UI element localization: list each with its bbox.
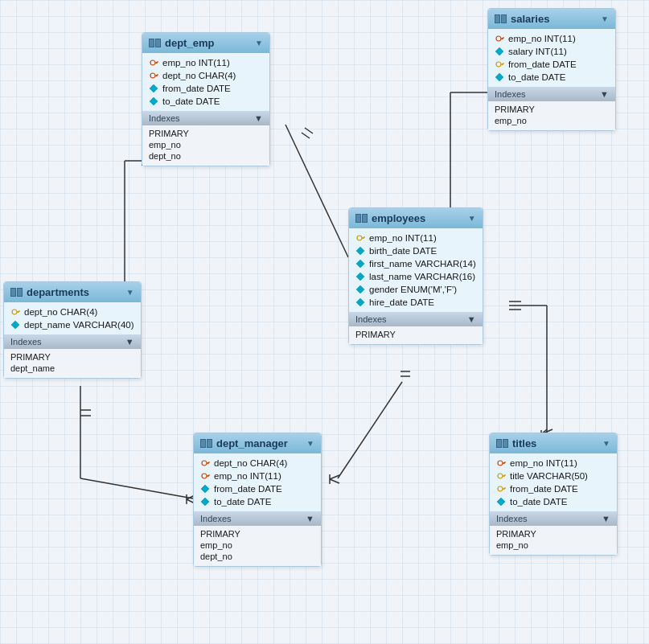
dropdown-arrow[interactable]: ▼ (468, 214, 476, 223)
field-row: to_date DATE (488, 71, 615, 84)
field-name: dept_name VARCHAR(40) (24, 320, 134, 330)
field-icon (355, 246, 365, 256)
svg-marker-51 (497, 498, 505, 506)
field-icon (200, 458, 210, 468)
indexes-label: Indexes (200, 514, 232, 523)
field-name: from_date DATE (510, 484, 578, 494)
indexes-header[interactable]: Indexes ▼ (490, 511, 617, 526)
indexes-header[interactable]: Indexes ▼ (194, 511, 321, 526)
field-row: last_name VARCHAR(16) (349, 270, 483, 283)
field-icon (355, 259, 365, 269)
svg-marker-41 (495, 47, 503, 55)
field-row: title VARCHAR(50) (490, 470, 617, 482)
svg-marker-43 (356, 247, 364, 255)
indexes-arrow: ▼ (602, 514, 610, 523)
svg-marker-44 (356, 260, 364, 268)
field-icon (355, 285, 365, 294)
field-name: dept_no CHAR(4) (162, 71, 236, 80)
table-header-titles[interactable]: titles ▼ (490, 433, 617, 453)
table-header-departments[interactable]: departments ▼ (4, 282, 141, 302)
dropdown-arrow[interactable]: ▼ (602, 439, 610, 448)
field-icon (149, 71, 158, 80)
indexes-list: PRIMARYemp_nodept_no (142, 125, 269, 166)
index-item: PRIMARY (149, 128, 263, 139)
table-name: dept_emp (165, 37, 214, 49)
field-row: emp_no INT(11) (142, 56, 269, 69)
field-name: hire_date DATE (369, 297, 434, 307)
dropdown-arrow[interactable]: ▼ (601, 14, 609, 23)
field-icon (355, 272, 365, 281)
field-icon (200, 471, 210, 481)
indexes-arrow: ▼ (254, 113, 263, 123)
indexes-header[interactable]: Indexes ▼ (488, 87, 615, 101)
svg-marker-40 (150, 97, 158, 105)
indexes-label: Indexes (149, 113, 180, 123)
indexes-label: Indexes (355, 314, 387, 324)
indexes-list: PRIMARYemp_nodept_no (194, 526, 321, 566)
field-name: emp_no INT(11) (508, 34, 576, 43)
table-header-dept_manager[interactable]: dept_manager ▼ (194, 433, 321, 453)
svg-marker-42 (495, 73, 503, 81)
field-row: gender ENUM('M','F') (349, 283, 483, 296)
field-icon (10, 320, 20, 330)
table-icon (10, 288, 23, 297)
index-item: PRIMARY (355, 329, 476, 340)
field-row: from_date DATE (142, 82, 269, 95)
field-name: dept_no CHAR(4) (214, 458, 287, 468)
table-header-dept_emp[interactable]: dept_emp ▼ (142, 33, 269, 53)
field-row: to_date DATE (142, 95, 269, 108)
field-icon (10, 307, 20, 317)
field-icon (149, 84, 158, 93)
field-row: to_date DATE (490, 495, 617, 508)
table-name: salaries (511, 13, 549, 25)
field-icon (496, 484, 506, 494)
field-name: gender ENUM('M','F') (369, 285, 457, 294)
field-icon (496, 497, 506, 507)
table-icon (495, 14, 507, 23)
field-name: from_date DATE (162, 84, 231, 93)
table-header-employees[interactable]: employees ▼ (349, 208, 483, 228)
field-row: emp_no INT(11) (194, 470, 321, 482)
field-icon (200, 484, 210, 494)
index-item: dept_no (149, 150, 263, 162)
indexes-header[interactable]: Indexes ▼ (142, 111, 269, 125)
indexes-label: Indexes (495, 89, 526, 99)
field-icon (200, 497, 210, 507)
svg-line-38 (330, 479, 339, 483)
indexes-label: Indexes (496, 514, 528, 523)
indexes-list: PRIMARYemp_no (490, 526, 617, 555)
table-fields-employees: emp_no INT(11) birth_date DATE first_nam… (349, 228, 483, 312)
table-name: titles (512, 437, 536, 449)
table-name: employees (372, 212, 425, 224)
index-item: emp_no (200, 539, 314, 551)
indexes-list: PRIMARYdept_name (4, 349, 141, 378)
field-icon (495, 34, 504, 43)
table-name: departments (27, 286, 89, 298)
dropdown-arrow[interactable]: ▼ (126, 288, 134, 297)
dropdown-arrow[interactable]: ▼ (255, 39, 263, 47)
field-icon (495, 72, 504, 82)
table-icon (496, 439, 508, 448)
field-row: emp_no INT(11) (488, 32, 615, 45)
svg-marker-47 (356, 298, 364, 306)
table-header-salaries[interactable]: salaries ▼ (488, 9, 615, 29)
indexes-list: PRIMARY (349, 326, 483, 344)
index-item: emp_no (495, 115, 609, 126)
indexes-label: Indexes (10, 337, 42, 347)
svg-line-27 (80, 478, 193, 498)
svg-line-10 (305, 128, 313, 133)
svg-marker-48 (11, 321, 19, 329)
index-item: emp_no (149, 139, 263, 150)
indexes-header[interactable]: Indexes ▼ (4, 334, 141, 349)
table-name: dept_manager (216, 437, 288, 449)
svg-line-37 (330, 475, 339, 479)
field-name: emp_no INT(11) (510, 458, 577, 468)
field-name: first_name VARCHAR(14) (369, 259, 476, 269)
dropdown-arrow[interactable]: ▼ (306, 439, 314, 448)
svg-marker-50 (201, 498, 209, 506)
field-icon (355, 233, 365, 243)
indexes-header[interactable]: Indexes ▼ (349, 312, 483, 326)
table-fields-dept_emp: emp_no INT(11) dept_no CHAR(4) from_date… (142, 53, 269, 111)
field-name: to_date DATE (510, 497, 567, 507)
table-departments: departments ▼ dept_no CHAR(4) dept_name … (3, 281, 142, 379)
